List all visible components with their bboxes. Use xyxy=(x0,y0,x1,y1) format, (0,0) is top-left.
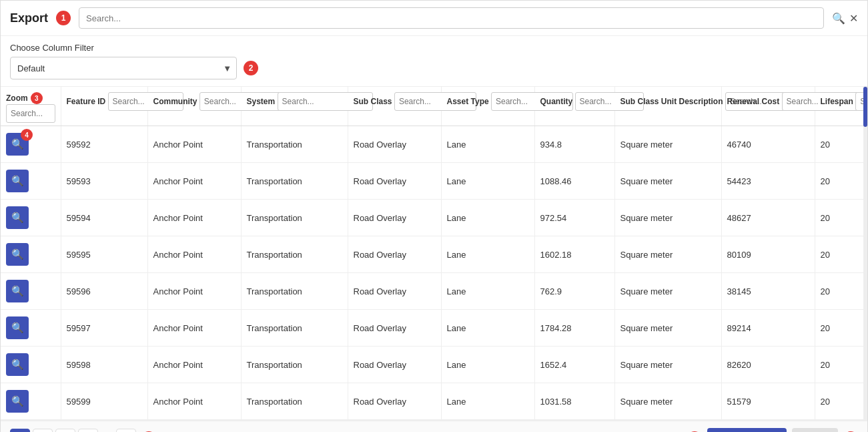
subclass-cell: Road Overlay xyxy=(348,236,441,273)
system-cell: Transportation xyxy=(241,200,348,236)
quantity-cell: 1031.58 xyxy=(534,383,614,420)
table-row: 🔍459592Anchor PointTransportationRoad Ov… xyxy=(1,126,867,163)
lifespan-cell: 20 xyxy=(815,200,867,236)
subclass-cell: Road Overlay xyxy=(348,383,441,420)
col-asset-type: Asset Type xyxy=(441,87,534,126)
export-csv-button[interactable]: Export to CSV xyxy=(707,428,786,432)
subclass-cell: Road Overlay xyxy=(348,273,441,310)
zoom-cell: 🔍 xyxy=(1,347,61,383)
lifespan-cell: 20 xyxy=(815,236,867,273)
scud-cell: Square meter xyxy=(614,200,721,236)
scud-cell: Square meter xyxy=(614,310,721,347)
assettype-cell: Lane xyxy=(441,200,534,236)
quantity-cell: 1784.28 xyxy=(534,310,614,347)
close-icon-button[interactable]: ✕ xyxy=(849,12,858,25)
renewal-cost-cell: 80109 xyxy=(721,236,815,273)
system-cell: Transportation xyxy=(241,163,348,200)
scud-cell: Square meter xyxy=(614,126,721,163)
feature-id-cell: 59595 xyxy=(61,236,147,273)
close-button[interactable]: Close xyxy=(792,428,838,432)
subclass-cell: Road Overlay xyxy=(348,163,441,200)
table-row: 🔍59594Anchor PointTransportationRoad Ove… xyxy=(1,200,867,236)
zoom-button[interactable]: 🔍 xyxy=(6,170,29,192)
zoom-search[interactable] xyxy=(6,104,55,123)
zoom-cell: 🔍 xyxy=(1,310,61,347)
page-4-button[interactable]: 4 xyxy=(78,429,98,433)
col-system: System xyxy=(241,87,348,126)
feature-id-cell: 59599 xyxy=(61,383,147,420)
lifespan-cell: 20 xyxy=(815,126,867,163)
zoom-button[interactable]: 🔍 xyxy=(6,243,29,266)
col-feature-id: Feature ID xyxy=(61,87,147,126)
zoom-button[interactable]: 🔍 xyxy=(6,353,29,376)
feature-id-cell: 59598 xyxy=(61,347,147,383)
badge-2: 2 xyxy=(244,61,258,75)
col-renewal-cost: Renewal Cost xyxy=(721,87,815,126)
feature-id-cell: 59592 xyxy=(61,126,147,163)
subclass-cell: Road Overlay xyxy=(348,310,441,347)
col-community: Community xyxy=(147,87,241,126)
feature-id-cell: 59594 xyxy=(61,200,147,236)
table-row: 🔍59593Anchor PointTransportationRoad Ove… xyxy=(1,163,867,200)
zoom-button[interactable]: 🔍 xyxy=(6,316,29,339)
lifespan-cell: 20 xyxy=(815,310,867,347)
filter-label: Choose Column Filter xyxy=(10,43,858,53)
subclass-cell: Road Overlay xyxy=(348,347,441,383)
renewal-cost-cell: 38145 xyxy=(721,273,815,310)
table-row: 🔍59599Anchor PointTransportationRoad Ove… xyxy=(1,383,867,420)
footer: 1 2 3 4 ... 28 5 6 Export to CSV Close 7 xyxy=(1,420,867,432)
lifespan-cell: 20 xyxy=(815,383,867,420)
table-row: 🔍59595Anchor PointTransportationRoad Ove… xyxy=(1,236,867,273)
badge-4: 4 xyxy=(21,129,33,141)
zoom-cell: 🔍 xyxy=(1,163,61,200)
col-lifespan: Lifespan xyxy=(815,87,867,126)
badge-3: 3 xyxy=(31,92,43,104)
col-zoom: Zoom 3 xyxy=(1,87,61,126)
page-2-button[interactable]: 2 xyxy=(33,429,53,433)
zoom-button[interactable]: 🔍 xyxy=(6,206,29,229)
table-row: 🔍59597Anchor PointTransportationRoad Ove… xyxy=(1,310,867,347)
col-quantity: Quantity xyxy=(534,87,614,126)
search-icon-button[interactable]: 🔍 xyxy=(832,12,845,25)
page-3-button[interactable]: 3 xyxy=(55,429,75,433)
subclass-cell: Road Overlay xyxy=(348,200,441,236)
header-search-input[interactable] xyxy=(79,7,824,29)
community-cell: Anchor Point xyxy=(147,126,241,163)
renewal-cost-cell: 54423 xyxy=(721,163,815,200)
renewal-cost-cell: 48627 xyxy=(721,200,815,236)
scud-cell: Square meter xyxy=(614,236,721,273)
table-row: 🔍59596Anchor PointTransportationRoad Ove… xyxy=(1,273,867,310)
community-cell: Anchor Point xyxy=(147,236,241,273)
scud-cell: Square meter xyxy=(614,163,721,200)
renewal-cost-cell: 46740 xyxy=(721,126,815,163)
zoom-button[interactable]: 🔍 xyxy=(6,280,29,302)
export-dialog: Export 1 🔍 ✕ Choose Column Filter Defaul… xyxy=(0,0,868,432)
community-cell: Anchor Point xyxy=(147,383,241,420)
assettype-cell: Lane xyxy=(441,347,534,383)
column-filter-select[interactable]: Default xyxy=(10,57,237,79)
scud-cell: Square meter xyxy=(614,383,721,420)
zoom-cell: 🔍 xyxy=(1,273,61,310)
page-1-button[interactable]: 1 xyxy=(10,429,30,433)
filter-row: Choose Column Filter Default ▼ 2 xyxy=(1,36,867,87)
quantity-cell: 972.54 xyxy=(534,200,614,236)
page-28-button[interactable]: 28 xyxy=(116,429,136,433)
renewal-cost-cell: 51579 xyxy=(721,383,815,420)
zoom-button[interactable]: 🔍 xyxy=(6,390,29,413)
footer-actions: 6 Export to CSV Close 7 xyxy=(687,428,858,432)
subclass-cell: Road Overlay xyxy=(348,126,441,163)
lifespan-cell: 20 xyxy=(815,273,867,310)
assettype-cell: Lane xyxy=(441,126,534,163)
system-cell: Transportation xyxy=(241,236,348,273)
filter-select-wrap: Default ▼ xyxy=(10,57,237,79)
lifespan-cell: 20 xyxy=(815,347,867,383)
dialog-title: Export xyxy=(10,11,48,25)
system-cell: Transportation xyxy=(241,347,348,383)
badge-1: 1 xyxy=(56,11,71,25)
zoom-cell: 🔍 xyxy=(1,383,61,420)
col-sub-class: Sub Class xyxy=(348,87,441,126)
pagination: 1 2 3 4 ... 28 xyxy=(10,429,136,433)
dialog-header: Export 1 🔍 ✕ xyxy=(1,1,867,36)
lifespan-cell: 20 xyxy=(815,163,867,200)
zoom-cell: 🔍4 xyxy=(1,126,61,163)
